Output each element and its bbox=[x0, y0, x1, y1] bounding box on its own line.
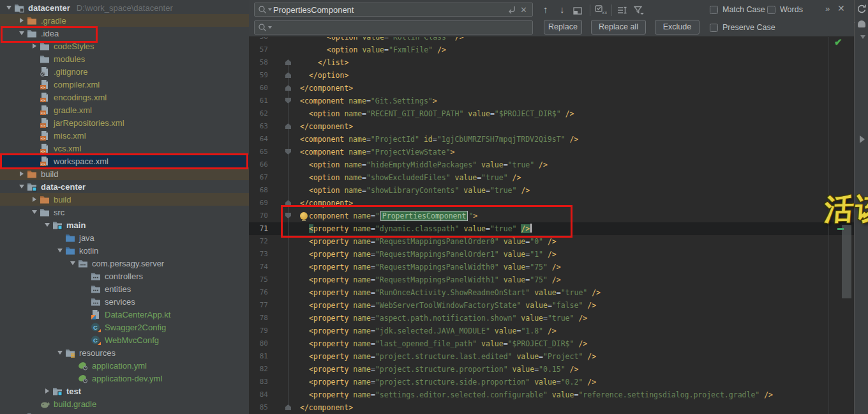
fold-end-icon[interactable] bbox=[285, 85, 291, 91]
tree-row-compiler-xml[interactable]: <>compiler.xml bbox=[0, 78, 249, 91]
code-line-60[interactable]: 60</component> bbox=[249, 82, 854, 95]
expanded-arrow-icon[interactable] bbox=[45, 223, 50, 227]
tree-row-services[interactable]: services bbox=[0, 295, 249, 308]
code-line-62[interactable]: 62<option name="RECENT_GIT_ROOT_PATH" va… bbox=[249, 107, 854, 120]
tree-row-application-yml[interactable]: application.yml bbox=[0, 359, 249, 372]
expanded-arrow-icon[interactable] bbox=[19, 185, 24, 188]
clear-search-icon[interactable]: ✕ bbox=[520, 5, 527, 15]
collapsed-arrow-icon[interactable] bbox=[20, 18, 24, 23]
tree-row-build[interactable]: build bbox=[0, 193, 249, 206]
expanded-arrow-icon[interactable] bbox=[6, 6, 11, 10]
expanded-arrow-icon[interactable] bbox=[57, 351, 63, 355]
code-line-65[interactable]: 65<component name="ProjectViewState"> bbox=[249, 146, 854, 158]
fold-start-icon[interactable] bbox=[285, 213, 291, 218]
code-line-80[interactable]: 80<property name="last_opened_file_path"… bbox=[249, 337, 854, 350]
code-line-58[interactable]: 58</list> bbox=[249, 56, 854, 69]
code-line-73[interactable]: 73<property name="RequestMappingsPanelOr… bbox=[249, 248, 854, 261]
expand-tool-window-icon[interactable] bbox=[860, 135, 865, 143]
tree-row-gradle-xml[interactable]: <>gradle.xml bbox=[0, 103, 249, 116]
collapsed-arrow-icon[interactable] bbox=[33, 197, 36, 202]
code-line-63[interactable]: 63</component> bbox=[249, 120, 854, 133]
tree-row-codestyles[interactable]: codeStyles bbox=[0, 40, 249, 52]
fold-end-icon[interactable] bbox=[285, 123, 291, 129]
select-all-occurrences-icon[interactable]: xx bbox=[595, 5, 607, 17]
collapsed-arrow-icon[interactable] bbox=[33, 43, 36, 49]
preserve-case-checkbox[interactable]: Preserve Case bbox=[710, 23, 775, 32]
previous-occurrence-icon[interactable]: ↑ bbox=[543, 4, 548, 15]
match-case-checkbox[interactable]: Match Case bbox=[710, 5, 765, 14]
code-line-76[interactable]: 76<property name="RunOnceActivity.ShowRe… bbox=[249, 286, 854, 299]
tree-row--idea[interactable]: .idea bbox=[0, 27, 249, 40]
tree-row--gitignore[interactable]: .gitignore bbox=[0, 65, 249, 78]
open-results-in-new-window-icon[interactable] bbox=[573, 6, 582, 17]
expanded-arrow-icon[interactable] bbox=[19, 31, 24, 35]
code-line-64[interactable]: 64<component name="ProjectId" id="1gjCbU… bbox=[249, 133, 854, 146]
code-line-81[interactable]: 81<property name="project.structure.last… bbox=[249, 350, 854, 363]
tree-row-build[interactable]: build bbox=[0, 167, 249, 180]
tree-row[interactable] bbox=[0, 410, 249, 414]
tree-row-data-center[interactable]: data-center bbox=[0, 180, 249, 193]
tree-row-main[interactable]: main bbox=[0, 218, 249, 231]
code-line-78[interactable]: 78<property name="aspect.path.notificati… bbox=[249, 312, 854, 325]
expanded-arrow-icon[interactable] bbox=[57, 249, 63, 252]
collapse-triangle-icon[interactable] bbox=[860, 35, 865, 39]
code-line-75[interactable]: 75<property name="RequestMappingsPanelWi… bbox=[249, 273, 854, 286]
tree-row-webmvcconfg[interactable]: CWebMvcConfg bbox=[0, 334, 249, 346]
replace-search-icon[interactable] bbox=[258, 23, 272, 32]
expanded-arrow-icon[interactable] bbox=[70, 261, 75, 265]
tree-row-com-persagy-server[interactable]: com.persagy.server bbox=[0, 257, 249, 270]
tree-row-entities[interactable]: entities bbox=[0, 282, 249, 295]
tree-row-modules[interactable]: modules bbox=[0, 52, 249, 65]
code-line-82[interactable]: 82<property name="project.structure.prop… bbox=[249, 363, 854, 376]
tree-row-resources[interactable]: resources bbox=[0, 346, 249, 359]
tree-row-misc-xml[interactable]: <>misc.xml bbox=[0, 129, 249, 142]
tree-row-src[interactable]: src bbox=[0, 206, 249, 218]
words-checkbox[interactable]: Words bbox=[767, 5, 803, 14]
code-line-59[interactable]: 59</option> bbox=[249, 69, 854, 82]
code-line-69[interactable]: 69</component> bbox=[249, 197, 854, 210]
code-line-68[interactable]: 68<option name="showLibraryContents" val… bbox=[249, 184, 854, 197]
close-icon[interactable]: ✕ bbox=[837, 3, 845, 13]
tree-row-test[interactable]: test bbox=[0, 385, 249, 397]
collapsed-arrow-icon[interactable] bbox=[45, 388, 49, 394]
tree-row-datacenter[interactable]: datacenterD:\work_space\datacenter bbox=[0, 1, 249, 14]
inspections-ok-icon[interactable]: ✔ bbox=[834, 36, 842, 48]
code-editor[interactable]: 56<option value="Kotlin Class" />57<opti… bbox=[249, 31, 854, 414]
tree-row-build-gradle[interactable]: build.gradle bbox=[0, 397, 249, 410]
fold-end-icon[interactable] bbox=[285, 59, 291, 65]
code-line-74[interactable]: 74<property name="RequestMappingsPanelWi… bbox=[249, 261, 854, 273]
search-input[interactable] bbox=[273, 5, 505, 15]
code-line-61[interactable]: 61<component name="Git.Settings"> bbox=[249, 95, 854, 107]
code-line-83[interactable]: 83<property name="project.structure.side… bbox=[249, 376, 854, 388]
editor-scrollbar[interactable] bbox=[842, 225, 851, 298]
replace-button[interactable]: Replace bbox=[544, 20, 582, 34]
next-occurrence-icon[interactable]: ↓ bbox=[560, 4, 565, 15]
tree-row-workspace-xml[interactable]: <>workspace.xml bbox=[0, 155, 249, 167]
expanded-arrow-icon[interactable] bbox=[32, 210, 37, 214]
code-line-79[interactable]: 79<property name="jdk.selected.JAVA_MODU… bbox=[249, 325, 854, 337]
code-line-77[interactable]: 77<property name="WebServerToolWindowFac… bbox=[249, 299, 854, 312]
tree-row--gradle[interactable]: .gradle bbox=[0, 14, 249, 27]
replace-input[interactable] bbox=[273, 23, 532, 33]
more-options-icon[interactable]: » bbox=[825, 4, 829, 13]
code-line-84[interactable]: 84<property name="settings.editor.select… bbox=[249, 388, 854, 401]
exclude-button[interactable]: Exclude bbox=[655, 20, 700, 34]
search-field[interactable]: ✕ bbox=[254, 3, 533, 17]
tree-row-controllers[interactable]: controllers bbox=[0, 270, 249, 282]
search-icon[interactable] bbox=[258, 5, 272, 14]
tree-row-swagger2config[interactable]: CSwagger2Config bbox=[0, 321, 249, 334]
tree-row-datacenterapp-kt[interactable]: DataCenterApp.kt bbox=[0, 308, 249, 321]
code-line-67[interactable]: 67<option name="showExcludedFiles" value… bbox=[249, 171, 854, 184]
fold-end-icon[interactable] bbox=[285, 72, 291, 78]
code-line-57[interactable]: 57<option value="FxmlFile" /> bbox=[249, 43, 854, 56]
tree-row-kotlin[interactable]: kotlin bbox=[0, 244, 249, 257]
tree-row-vcs-xml[interactable]: <>vcs.xml bbox=[0, 142, 249, 155]
fold-start-icon[interactable] bbox=[285, 98, 291, 103]
reload-icon[interactable] bbox=[857, 4, 867, 17]
fold-end-icon[interactable] bbox=[285, 200, 291, 206]
fold-end-icon[interactable] bbox=[285, 404, 291, 410]
replace-field[interactable] bbox=[254, 20, 533, 34]
code-line-70[interactable]: 70component name="PropertiesComponent"> bbox=[249, 210, 854, 222]
search-in-selection-icon[interactable] bbox=[617, 6, 627, 17]
code-line-71[interactable]: 71<property name="dynamic.classpath" val… bbox=[249, 222, 854, 235]
